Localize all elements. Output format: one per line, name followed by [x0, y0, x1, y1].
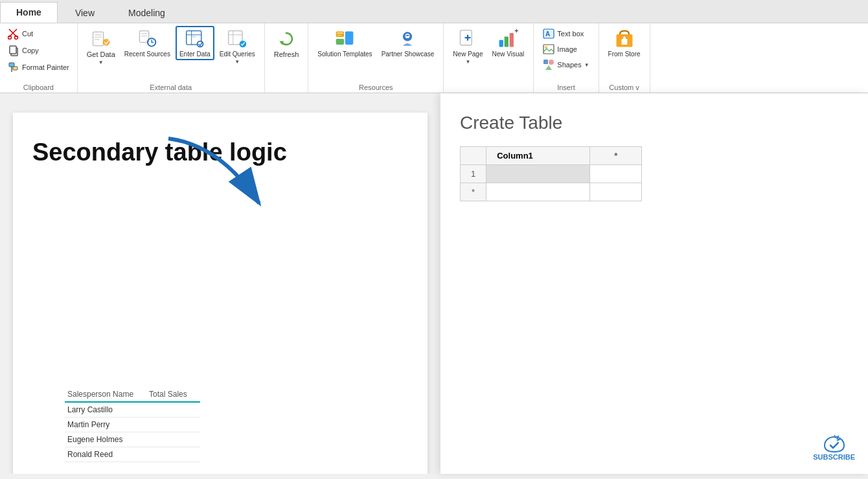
external-data-label: External data [150, 82, 192, 91]
cut-button[interactable]: Cut [4, 26, 73, 41]
edit-queries-caret: ▼ [234, 59, 240, 65]
image-button[interactable]: Image [539, 41, 581, 57]
get-data-button[interactable]: Get Data ▼ [83, 26, 119, 68]
enter-data-icon [185, 28, 205, 49]
new-visual-icon [497, 28, 518, 49]
svg-rect-8 [13, 67, 17, 70]
new-page-button[interactable]: New Page ▼ [449, 26, 486, 67]
page-canvas: Secondary table logic Salesperson Name T… [13, 113, 428, 474]
create-table-grid: Column1 * 1 * [460, 146, 642, 201]
svg-rect-46 [543, 45, 554, 54]
tab-modeling[interactable]: Modeling [112, 2, 181, 23]
row-eugene: Eugene Holmes [65, 432, 146, 447]
svg-point-3 [15, 36, 18, 39]
row-larry-sales [146, 402, 200, 418]
recent-sources-icon [137, 28, 157, 49]
insert-group: A Text box Image Shapes ▼ [534, 23, 599, 93]
table-row: Ronald Reed [65, 447, 200, 462]
from-store-icon [614, 28, 635, 49]
external-data-group: Get Data ▼ Recent Sources [78, 23, 265, 93]
col-header-sales: Total Sales [146, 387, 200, 402]
create-table-dialog: Create Table Column1 * 1 * [440, 93, 868, 474]
new-visual-label: New Visual [492, 50, 524, 58]
svg-rect-11 [95, 36, 102, 38]
svg-rect-41 [510, 33, 514, 47]
table-row: Martin Perry [65, 418, 200, 432]
image-icon [543, 43, 554, 55]
refresh-icon [276, 28, 297, 49]
grid-row1-col1[interactable] [486, 165, 590, 183]
from-store-label: From Store [608, 50, 641, 58]
row-ronald: Ronald Reed [65, 447, 146, 462]
refresh-button[interactable]: Refresh [270, 26, 303, 61]
tab-view[interactable]: View [59, 2, 111, 23]
recent-sources-button[interactable]: Recent Sources [120, 26, 174, 60]
grid-corner [461, 147, 486, 165]
solution-templates-button[interactable]: Solution Templates [314, 26, 376, 60]
grid-star-header[interactable]: * [590, 147, 642, 165]
copy-label: Copy [22, 47, 39, 54]
refresh-group: Refresh . [265, 23, 309, 93]
svg-rect-10 [95, 34, 102, 36]
new-page-icon [457, 28, 478, 49]
row-martin: Martin Perry [65, 418, 146, 432]
partner-showcase-label: Partner Showcase [382, 50, 435, 58]
svg-rect-30 [336, 39, 344, 45]
custom-group: From Store Custom v [599, 23, 650, 93]
format-painter-button[interactable]: Format Painter [4, 60, 73, 75]
svg-rect-33 [337, 35, 341, 36]
svg-point-47 [545, 46, 547, 49]
grid-rowstar-num: * [461, 183, 486, 201]
text-box-icon: A [543, 28, 554, 39]
main-area: Secondary table logic Salesperson Name T… [0, 93, 868, 474]
subscribe-badge: SUBSCRIBE [813, 434, 855, 461]
get-data-label: Get Data [87, 50, 115, 58]
clipboard-group: Cut Copy Format Painter Clipboard [0, 23, 78, 93]
new-page-group: New Page ▼ New Visual . [444, 23, 534, 93]
cut-icon [8, 28, 19, 39]
partner-showcase-icon [397, 28, 418, 49]
grid-row1-star [590, 165, 642, 183]
new-page-label: New Page [453, 50, 483, 58]
text-box-button[interactable]: A Text box [539, 26, 588, 41]
edit-queries-label: Edit Queries [220, 50, 255, 58]
get-data-icon [91, 28, 111, 49]
image-label: Image [557, 45, 577, 53]
cut-label: Cut [22, 30, 33, 38]
grid-rowstar-star [590, 183, 642, 201]
clipboard-label: Clipboard [4, 82, 73, 91]
enter-data-button[interactable]: Enter Data [176, 26, 214, 60]
edit-queries-button[interactable]: Edit Queries ▼ [216, 26, 259, 67]
grid-rowstar-col1[interactable] [486, 183, 590, 201]
row-eugene-sales [146, 432, 200, 447]
shapes-button[interactable]: Shapes ▼ [539, 57, 593, 72]
shapes-caret: ▼ [584, 62, 589, 68]
resources-group: Solution Templates Partner Showcase Reso… [308, 23, 444, 93]
col-header-salesperson: Salesperson Name [65, 387, 146, 402]
grid-row-star: * [461, 183, 642, 201]
svg-rect-6 [9, 63, 14, 67]
subscribe-icon [821, 434, 847, 453]
row-larry: Larry Castillo [65, 402, 146, 418]
shapes-icon [543, 59, 554, 71]
tab-home[interactable]: Home [0, 2, 58, 23]
svg-rect-40 [505, 36, 508, 47]
edit-queries-icon [227, 28, 247, 49]
partner-showcase-button[interactable]: Partner Showcase [378, 26, 439, 60]
grid-row-1: 1 [461, 165, 642, 183]
table-row: Eugene Holmes [65, 432, 200, 447]
refresh-label: Refresh [274, 50, 299, 58]
svg-point-35 [405, 34, 410, 38]
recent-sources-label: Recent Sources [124, 50, 170, 58]
from-store-button[interactable]: From Store [604, 26, 645, 60]
svg-point-2 [8, 36, 12, 39]
new-visual-button[interactable]: New Visual [488, 26, 528, 60]
svg-rect-12 [95, 39, 99, 40]
row-martin-sales [146, 418, 200, 432]
grid-row1-num: 1 [461, 165, 486, 183]
custom-label: Custom v [609, 82, 639, 91]
svg-rect-31 [345, 31, 353, 44]
grid-col1-header[interactable]: Column1 [486, 147, 590, 165]
copy-button[interactable]: Copy [4, 43, 73, 58]
svg-point-13 [102, 39, 109, 46]
